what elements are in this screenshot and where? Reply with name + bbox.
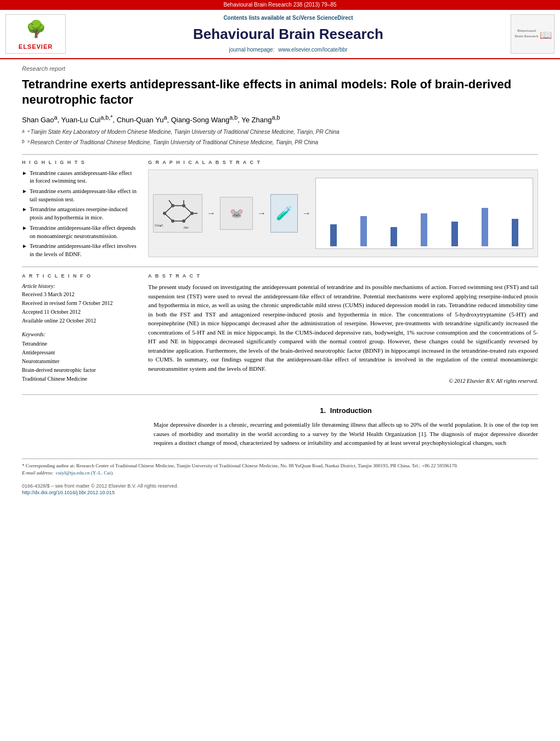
tree-icon: 🌳 <box>26 18 46 41</box>
graphical-abstract-label: G R A P H I C A L A B S T R A C T <box>148 159 538 166</box>
svg-text:NH: NH <box>184 226 189 229</box>
journal-citation: Behavioural Brain Research 238 (2013) 79… <box>223 2 336 8</box>
svg-text:CH₃O: CH₃O <box>155 224 163 227</box>
svg-point-14 <box>171 219 174 223</box>
keyword-5: Traditional Chinese Medicine <box>22 375 137 383</box>
divider-2 <box>22 267 538 267</box>
journal-title: Behavioural Brain Research <box>193 24 383 44</box>
bar-7 <box>512 219 518 246</box>
article-info-abstract-section: A R T I C L E I N F O Article history: R… <box>22 273 538 389</box>
divider-3 <box>22 394 538 395</box>
list-item: ► Tetrandrine causes antidepressant-like… <box>22 169 137 185</box>
sciverse-link[interactable]: SciVerse ScienceDirect <box>292 15 353 21</box>
svg-line-3 <box>184 213 192 221</box>
list-item: ► Tetrandrine exerts antidepressant-like… <box>22 188 137 203</box>
journal-header-center: Contents lists available at SciVerse Sci… <box>71 14 505 54</box>
corresponding-footnote: * Corresponding author at: Research Cent… <box>22 462 538 470</box>
copyright-text: © 2012 Elsevier B.V. All rights reserved… <box>148 377 538 385</box>
arrow-icon: ► <box>22 224 27 240</box>
available-date-text: Available online 22 October 2012 <box>22 316 137 325</box>
svg-point-9 <box>163 212 166 215</box>
article-info-col: A R T I C L E I N F O Article history: R… <box>22 273 137 389</box>
divider-1 <box>22 154 538 155</box>
journal-homepage: journal homepage: www.elsevier.com/locat… <box>229 46 348 54</box>
homepage-prefix: journal homepage: <box>229 47 275 53</box>
mouse-icon: 🐭 <box>220 197 253 230</box>
article-type: Research report <box>22 65 538 73</box>
svg-point-13 <box>182 219 185 223</box>
doi-link[interactable]: http://dx.doi.org/10.1016/j.bbr.2012.10.… <box>22 490 115 495</box>
elsevier-wordmark: ELSEVIER <box>19 43 53 51</box>
intro-title: Introduction <box>330 406 372 415</box>
highlight-text-1: Tetrandrine causes antidepressant-like e… <box>30 169 137 185</box>
graphical-abstract-col: G R A P H I C A L A B S T R A C T <box>148 159 538 261</box>
journal-citation-bar: Behavioural Brain Research 238 (2013) 79… <box>0 0 560 10</box>
highlights-list: ► Tetrandrine causes antidepressant-like… <box>22 169 137 259</box>
sciverse-prefix: Contents lists available at <box>223 15 291 21</box>
arrow-icon: ► <box>22 169 27 185</box>
doi-line: http://dx.doi.org/10.1016/j.bbr.2012.10.… <box>22 489 538 496</box>
bar-5 <box>451 222 458 246</box>
keywords-label: Keywords: <box>22 331 137 338</box>
bar-4 <box>421 213 427 246</box>
keyword-2: Antidepressant <box>22 348 137 357</box>
history-label: Article history: <box>22 282 137 290</box>
abstract-text: The present study focused on investigati… <box>148 282 538 373</box>
arrow-icon: ► <box>22 206 27 222</box>
homepage-link[interactable]: www.elsevier.com/locate/bbr <box>278 47 347 53</box>
affiliation-a-text: ᵃ Tianjin State Key Laboratory of Modern… <box>27 128 340 137</box>
article-history-block: Article history: Received 3 March 2012 R… <box>22 282 137 325</box>
highlights-section: H I G H L I G H T S ► Tetrandrine causes… <box>22 159 538 261</box>
affiliation-b: b ᵇ Research Center of Traditional Chine… <box>22 139 538 148</box>
intro-number: 1. <box>320 406 326 415</box>
highlight-text-5: Tetrandrine antidepressant-like effect i… <box>30 242 137 258</box>
intro-text: Major depressive disorder is a chronic, … <box>154 420 538 448</box>
abstract-label: A B S T R A C T <box>148 273 538 280</box>
bar-chart <box>315 178 533 249</box>
svg-point-10 <box>171 204 174 207</box>
journal-thumbnail: Behavioural Brain Research 📖 <box>511 14 555 54</box>
highlight-text-4: Tetrandrine antidepressant-like effect d… <box>30 224 137 240</box>
bar-1 <box>330 224 337 246</box>
intro-left-col <box>22 406 137 448</box>
keyword-3: Neurotransmitter <box>22 357 137 366</box>
bottom-footer: 0166-4328/$ – see front matter © 2012 El… <box>22 483 538 496</box>
main-content: Research report Tetrandrine exerts antid… <box>0 59 560 502</box>
keyword-1: Tetrandrine <box>22 340 137 348</box>
email-value: cuiyl@tju.edu.cn (Y.-L. Cui). <box>56 470 114 476</box>
sciverse-line: Contents lists available at SciVerse Sci… <box>223 14 353 22</box>
graphical-abstract-image: CH₃O NH → 🐭 → 🧪 → <box>148 169 538 257</box>
arrow-icon: ► <box>22 242 27 258</box>
intro-right-col: 1. Introduction Major depressive disorde… <box>154 406 538 448</box>
bar-3 <box>391 227 397 246</box>
svg-line-2 <box>184 206 192 213</box>
highlights-col: H I G H L I G H T S ► Tetrandrine causes… <box>22 159 137 261</box>
thumb-label: Behavioural Brain Research <box>513 29 540 39</box>
affiliation-b-text: ᵇ Research Center of Traditional Chinese… <box>27 139 318 148</box>
journal-header: 🌳 ELSEVIER Contents lists available at S… <box>0 10 560 59</box>
article-title: Tetrandrine exerts antidepressant-like e… <box>22 77 538 108</box>
elsevier-logo: 🌳 ELSEVIER <box>5 14 66 54</box>
molecule-diagram: CH₃O NH <box>153 194 202 233</box>
received-date-text: Received 3 March 2012 <box>22 290 137 299</box>
graphical-abstract-content: CH₃O NH → 🐭 → 🧪 → <box>149 170 538 257</box>
molecule-svg: CH₃O NH <box>154 195 202 232</box>
bar-2 <box>360 216 367 246</box>
arrow-right-icon: → <box>207 207 216 219</box>
bar-6 <box>482 208 488 246</box>
intro-heading: 1. Introduction <box>154 406 538 416</box>
arrow-icon: ► <box>22 188 27 203</box>
footnote-section: * Corresponding author at: Research Cent… <box>22 459 538 477</box>
svg-point-11 <box>182 204 185 207</box>
abstract-col: A B S T R A C T The present study focuse… <box>148 273 538 389</box>
highlight-text-2: Tetrandrine exerts antidepressant-like e… <box>30 188 137 203</box>
introduction-section: 1. Introduction Major depressive disorde… <box>22 406 538 448</box>
highlights-label: H I G H L I G H T S <box>22 159 137 166</box>
flask-icon: 🧪 <box>270 194 298 233</box>
revised-date-text: Received in revised form 7 October 2012 <box>22 299 137 308</box>
list-item: ► Tetrandrine antidepressant-like effect… <box>22 242 137 258</box>
svg-line-5 <box>165 213 173 221</box>
keywords-list: Tetrandrine Antidepressant Neurotransmit… <box>22 340 137 383</box>
arrow-right-icon-2: → <box>257 207 266 219</box>
received-date: Received 3 March 2012 Received in revise… <box>22 290 137 325</box>
